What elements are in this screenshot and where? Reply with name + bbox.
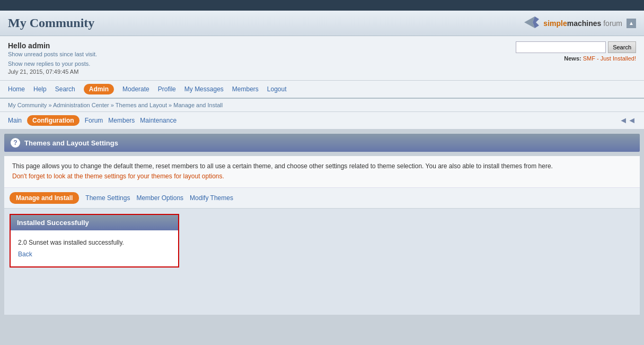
- nav-admin[interactable]: Admin: [84, 84, 114, 94]
- search-button[interactable]: Search: [608, 41, 636, 53]
- main-content: Installed Successfully 2.0 Sunset was in…: [4, 209, 640, 315]
- info-line1: This page allows you to change the defau…: [12, 161, 632, 171]
- breadcrumb-themes[interactable]: Themes and Layout: [116, 102, 167, 108]
- welcome-links: Show unread posts since last visit. Show…: [8, 50, 97, 68]
- nav-home[interactable]: Home: [8, 85, 25, 93]
- breadcrumb-sep1: »: [48, 102, 53, 108]
- nav-moderate[interactable]: Moderate: [122, 85, 149, 93]
- success-body: 2.0 Sunset was installed successfully. B…: [11, 230, 178, 266]
- nav-my-messages[interactable]: My Messages: [184, 85, 224, 93]
- nav-help[interactable]: Help: [33, 85, 47, 93]
- hello-text: Hello admin: [8, 41, 97, 50]
- success-box: Installed Successfully 2.0 Sunset was in…: [10, 214, 179, 268]
- search-box-row: Search: [516, 41, 636, 53]
- nav-search[interactable]: Search: [55, 85, 75, 93]
- help-icon: ?: [11, 138, 20, 148]
- smf-logo-icon: [524, 16, 539, 28]
- info-line2-prefix: Don't forget to look at the: [12, 172, 85, 180]
- success-header: Installed Successfully: [11, 215, 178, 230]
- nav-logout[interactable]: Logout: [267, 85, 287, 93]
- tab-member-options[interactable]: Member Options: [136, 194, 183, 202]
- welcome-date: July 21, 2015, 07:49:45 AM: [8, 68, 97, 75]
- info-box: This page allows you to change the defau…: [4, 156, 640, 187]
- search-area: Search News: SMF - Just Installed!: [516, 41, 636, 62]
- sub-nav: Main Configuration Forum Members Mainten…: [0, 112, 644, 130]
- header: My Community simplemachines forum ▲: [0, 11, 644, 36]
- logo-forum: forum: [601, 19, 622, 28]
- logo-area: simplemachines forum ▲: [524, 16, 636, 30]
- logo-machines: machines: [567, 19, 602, 28]
- search-input[interactable]: [516, 41, 606, 53]
- info-line2-suffix: for your themes for layout options.: [126, 172, 224, 180]
- breadcrumb-current: Manage and Install: [173, 102, 223, 108]
- new-replies-link[interactable]: Show new replies to your posts.: [8, 61, 90, 67]
- logo-simple: simple: [543, 19, 567, 28]
- logo-icon: [524, 16, 539, 30]
- sub-nav-configuration[interactable]: Configuration: [27, 115, 80, 126]
- theme-settings-link[interactable]: theme settings: [85, 172, 126, 180]
- sub-nav-members[interactable]: Members: [108, 117, 135, 124]
- back-link[interactable]: Back: [18, 251, 32, 258]
- collapse-arrow-icon[interactable]: ◄◄: [619, 116, 636, 125]
- logo-text: simplemachines forum: [543, 19, 622, 28]
- sub-nav-forum[interactable]: Forum: [85, 117, 103, 124]
- sub-nav-main[interactable]: Main: [8, 117, 22, 124]
- breadcrumb-sep2: »: [111, 102, 116, 108]
- tab-manage-install[interactable]: Manage and Install: [10, 192, 79, 204]
- success-header-text: Installed Successfully: [17, 219, 172, 227]
- news-text: SMF - Just Installed!: [583, 55, 636, 62]
- welcome-area: Hello admin Show unread posts since last…: [0, 36, 644, 81]
- tab-theme-settings[interactable]: Theme Settings: [85, 194, 130, 202]
- news-area: News: SMF - Just Installed!: [564, 55, 636, 62]
- breadcrumb-sep3: »: [169, 102, 173, 108]
- section-header: ? Themes and Layout Settings: [4, 134, 640, 152]
- breadcrumb: My Community » Administration Center » T…: [0, 99, 644, 112]
- main-nav: Home Help Search Admin Moderate Profile …: [0, 81, 644, 99]
- welcome-left: Hello admin Show unread posts since last…: [8, 41, 97, 75]
- tab-bar: Manage and Install Theme Settings Member…: [4, 188, 640, 209]
- sub-nav-maintenance[interactable]: Maintenance: [140, 117, 177, 124]
- news-label: News:: [564, 55, 581, 62]
- success-message: 2.0 Sunset was installed successfully.: [18, 239, 171, 246]
- top-bar: [0, 0, 644, 11]
- info-line2: Don't forget to look at the theme settin…: [12, 171, 632, 182]
- breadcrumb-admin[interactable]: Administration Center: [53, 102, 109, 108]
- nav-members[interactable]: Members: [232, 85, 259, 93]
- site-title: My Community: [8, 16, 94, 30]
- breadcrumb-home[interactable]: My Community: [8, 102, 47, 108]
- unread-posts-link[interactable]: Show unread posts since last visit.: [8, 51, 97, 57]
- collapse-button[interactable]: ▲: [627, 19, 636, 28]
- sub-nav-left: Main Configuration Forum Members Mainten…: [8, 115, 177, 126]
- section-title: Themes and Layout Settings: [24, 139, 118, 147]
- tab-modify-themes[interactable]: Modify Themes: [190, 194, 233, 202]
- nav-profile[interactable]: Profile: [158, 85, 176, 93]
- bottom-space: [0, 315, 644, 336]
